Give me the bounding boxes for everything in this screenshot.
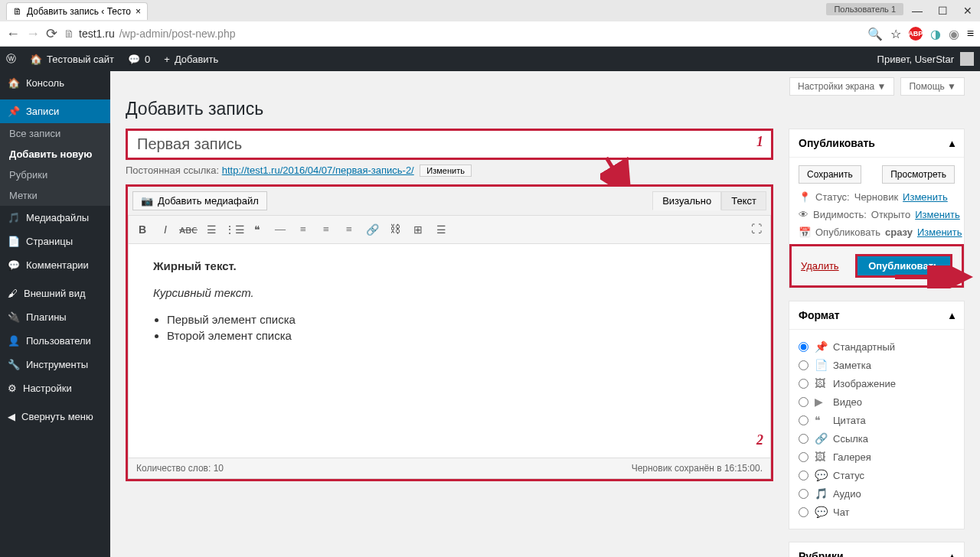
sidebar-item-tools[interactable]: 🔧Инструменты bbox=[0, 353, 110, 376]
format-audio[interactable]: 🎵Аудио bbox=[799, 484, 955, 503]
ol-button[interactable]: ⋮☰ bbox=[224, 219, 245, 240]
bold-button[interactable]: B bbox=[132, 219, 153, 240]
tab-visual[interactable]: Визуально bbox=[652, 191, 721, 210]
back-icon[interactable]: ← bbox=[6, 26, 20, 42]
post-title-input[interactable] bbox=[128, 131, 771, 158]
sidebar-sub-all-posts[interactable]: Все записи bbox=[0, 123, 110, 144]
media-icon: 🎵 bbox=[8, 212, 20, 223]
sidebar-item-appearance[interactable]: 🖌Внешний вид bbox=[0, 282, 110, 305]
categories-box-title[interactable]: Рубрики▴ bbox=[789, 542, 964, 557]
browser-tab-bar: 🗎 Добавить запись ‹ Тесто × Пользователь… bbox=[0, 0, 980, 21]
browser-tab[interactable]: 🗎 Добавить запись ‹ Тесто × bbox=[6, 2, 148, 20]
forward-icon[interactable]: → bbox=[26, 26, 40, 42]
publish-box-title[interactable]: Опубликовать▴ bbox=[789, 129, 964, 158]
content-li1: Первый элемент списка bbox=[167, 313, 746, 326]
close-icon[interactable]: ✕ bbox=[963, 5, 972, 17]
sidebar-item-pages[interactable]: 📄Страницы bbox=[0, 230, 110, 253]
maximize-icon[interactable]: ☐ bbox=[938, 5, 948, 17]
extension-icon-2[interactable]: ◉ bbox=[949, 27, 959, 41]
align-center-button[interactable]: ≡ bbox=[315, 219, 337, 240]
help-button[interactable]: Помощь ▼ bbox=[900, 77, 965, 96]
sidebar-sub-categories[interactable]: Рубрики bbox=[0, 164, 110, 185]
minimize-icon[interactable]: — bbox=[912, 5, 923, 17]
note-icon: 📄 bbox=[815, 359, 827, 371]
edit-visibility-link[interactable]: Изменить bbox=[915, 209, 960, 220]
format-gallery[interactable]: 🖼Галерея bbox=[799, 448, 955, 466]
quote-button[interactable]: ❝ bbox=[247, 219, 268, 240]
delete-link[interactable]: Удалить bbox=[801, 260, 839, 272]
add-media-button[interactable]: 📷Добавить медиафайл bbox=[132, 191, 267, 210]
video-icon: ▶ bbox=[815, 396, 827, 408]
menu-icon[interactable]: ≡ bbox=[967, 27, 974, 41]
link-icon: 🔗 bbox=[815, 432, 827, 445]
toggle-icon[interactable]: ▴ bbox=[949, 550, 955, 557]
camera-icon: 📷 bbox=[141, 195, 153, 207]
format-quote[interactable]: ❝Цитата bbox=[799, 411, 955, 429]
add-new-link[interactable]: + Добавить bbox=[164, 54, 218, 65]
toggle-icon[interactable]: ▴ bbox=[949, 137, 955, 149]
permalink-edit-button[interactable]: Изменить bbox=[420, 164, 472, 177]
content-bold: Жирный текст. bbox=[153, 259, 237, 272]
content-li2: Второй элемент списка bbox=[167, 329, 746, 342]
page-icon: 📄 bbox=[8, 236, 20, 247]
format-status[interactable]: 💬Статус bbox=[799, 466, 955, 484]
extension-icon[interactable]: ◑ bbox=[930, 27, 941, 41]
publish-button[interactable]: Опубликовать bbox=[855, 254, 952, 278]
link-button[interactable]: 🔗 bbox=[361, 219, 383, 240]
sidebar-item-posts[interactable]: 📌Записи bbox=[0, 99, 110, 123]
save-draft-button[interactable]: Сохранить bbox=[799, 165, 861, 184]
ul-button[interactable]: ☰ bbox=[201, 219, 222, 240]
comments-link[interactable]: 💬 0 bbox=[128, 54, 150, 65]
annotation-1: 1 bbox=[756, 134, 763, 150]
bookmark-icon[interactable]: ☆ bbox=[890, 27, 901, 41]
sidebar-item-media[interactable]: 🎵Медиафайлы bbox=[0, 206, 110, 230]
sidebar-collapse[interactable]: ◀Свернуть меню bbox=[0, 405, 110, 428]
format-chat[interactable]: 💬Чат bbox=[799, 503, 955, 521]
strike-button[interactable]: ᴀʙᴄ bbox=[178, 219, 199, 240]
edit-status-link[interactable]: Изменить bbox=[903, 191, 948, 203]
calendar-icon: 📅 bbox=[799, 226, 811, 238]
abp-icon[interactable]: ABP bbox=[909, 27, 923, 41]
sidebar-sub-add-new[interactable]: Добавить новую bbox=[0, 144, 110, 164]
hr-button[interactable]: — bbox=[270, 219, 291, 240]
site-link[interactable]: 🏠 Тестовый сайт bbox=[30, 54, 114, 65]
editor-content[interactable]: Жирный текст. Курсивный текст. Первый эл… bbox=[128, 244, 771, 458]
format-video[interactable]: ▶Видео bbox=[799, 393, 955, 411]
fullscreen-button[interactable]: ⛶ bbox=[746, 219, 767, 240]
sidebar-item-users[interactable]: 👤Пользователи bbox=[0, 329, 110, 353]
edit-schedule-link[interactable]: Изменить bbox=[917, 226, 962, 238]
editor-toolbar: B I ᴀʙᴄ ☰ ⋮☰ ❝ — ≡ ≡ ≡ 🔗 ⛓ ⊞ ☰ bbox=[128, 215, 771, 244]
reload-icon[interactable]: ⟳ bbox=[46, 25, 57, 42]
word-count: Количество слов: 10 bbox=[136, 463, 224, 474]
align-left-button[interactable]: ≡ bbox=[292, 219, 314, 240]
avatar[interactable] bbox=[960, 52, 974, 66]
toggle-icon[interactable]: ▴ bbox=[949, 309, 955, 321]
format-box-title[interactable]: Формат▴ bbox=[789, 301, 964, 330]
wp-logo-icon[interactable]: ⓦ bbox=[6, 52, 16, 66]
permalink-url[interactable]: http://test1.ru/2016/04/07/первая-запись… bbox=[222, 164, 414, 176]
zoom-icon[interactable]: 🔍 bbox=[867, 27, 883, 41]
format-link[interactable]: 🔗Ссылка bbox=[799, 429, 955, 448]
toolbar-toggle-button[interactable]: ☰ bbox=[430, 219, 452, 240]
more-button[interactable]: ⊞ bbox=[407, 219, 429, 240]
format-image[interactable]: 🖼Изображение bbox=[799, 374, 955, 393]
preview-button[interactable]: Просмотреть bbox=[882, 165, 955, 184]
format-standard[interactable]: 📌Стандартный bbox=[799, 337, 955, 356]
screen-options-button[interactable]: Настройки экрана ▼ bbox=[789, 77, 894, 96]
unlink-button[interactable]: ⛓ bbox=[384, 219, 406, 240]
sidebar-item-comments[interactable]: 💬Комментарии bbox=[0, 253, 110, 277]
format-aside[interactable]: 📄Заметка bbox=[799, 356, 955, 374]
close-tab-icon[interactable]: × bbox=[136, 6, 141, 17]
url-bar[interactable]: 🗎 test1.ru/wp-admin/post-new.php bbox=[64, 28, 861, 40]
sidebar-item-plugins[interactable]: 🔌Плагины bbox=[0, 305, 110, 329]
align-right-button[interactable]: ≡ bbox=[338, 219, 360, 240]
sidebar-sub-tags[interactable]: Метки bbox=[0, 185, 110, 206]
tab-text[interactable]: Текст bbox=[721, 191, 766, 210]
sidebar-item-dashboard[interactable]: 🏠Консоль bbox=[0, 71, 110, 95]
sidebar-item-settings[interactable]: ⚙Настройки bbox=[0, 376, 110, 400]
user-badge[interactable]: Пользователь 1 bbox=[826, 3, 903, 15]
greeting[interactable]: Привет, UserStar bbox=[877, 54, 954, 65]
italic-button[interactable]: I bbox=[155, 219, 176, 240]
brush-icon: 🖌 bbox=[8, 288, 18, 299]
pin-icon: 📌 bbox=[8, 106, 20, 117]
